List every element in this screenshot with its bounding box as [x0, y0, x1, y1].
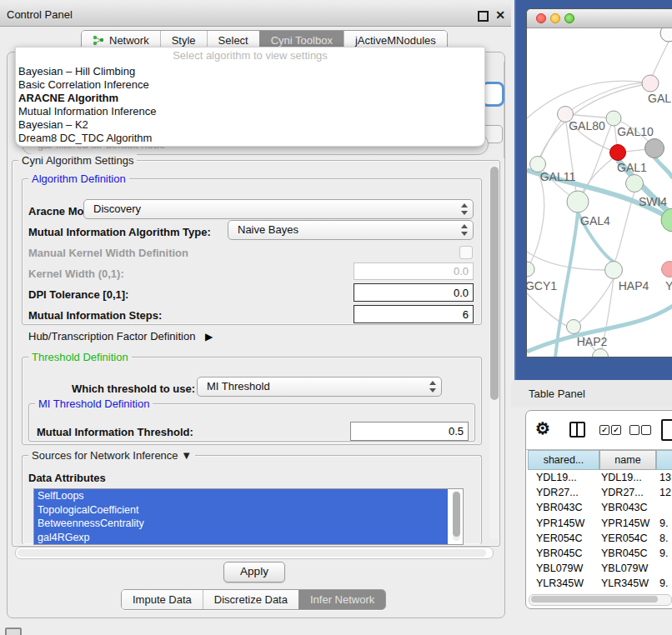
- tab-infer-network-label: Infer Network: [310, 593, 374, 606]
- network-node[interactable]: [606, 111, 621, 126]
- tab-infer-network[interactable]: Infer Network: [298, 590, 385, 609]
- split-columns-icon[interactable]: [569, 422, 585, 438]
- cell: 13: [659, 470, 671, 485]
- algorithm-definition-title: Algorithm Definition: [28, 172, 129, 185]
- kernel-width-field[interactable]: [354, 262, 474, 280]
- table-row[interactable]: YLR345WYLR345W9.: [528, 576, 672, 591]
- scrollbar-thumb[interactable]: [490, 167, 499, 400]
- settings-group-title: Cyni Algorithm Settings: [18, 154, 137, 167]
- scrollbar-thumb[interactable]: [18, 549, 486, 557]
- hub-definition-expander[interactable]: Hub/Transcription Factor Definition ▶: [28, 330, 213, 342]
- column-header-shared[interactable]: shared...: [528, 450, 599, 470]
- network-node[interactable]: [567, 320, 581, 334]
- mi-threshold-field[interactable]: [350, 422, 469, 441]
- partial-corner-icon[interactable]: [5, 628, 22, 635]
- tab-impute-data-label: Impute Data: [133, 593, 192, 606]
- cell: YDL19...: [601, 470, 642, 485]
- attributes-scrollbar[interactable]: [453, 491, 460, 541]
- network-node[interactable]: [527, 262, 534, 277]
- cell: 12: [659, 485, 671, 500]
- network-window-titlebar: [527, 9, 672, 28]
- apply-button[interactable]: Apply: [223, 562, 285, 582]
- node-label: SWI4: [639, 195, 667, 208]
- zoom-traffic-light[interactable]: [564, 13, 574, 23]
- node-label: GAL1: [617, 161, 647, 174]
- aracne-mode-combo[interactable]: Discovery: [83, 199, 474, 219]
- column-header-partial[interactable]: [656, 450, 672, 470]
- cell: YDL19...: [536, 470, 577, 485]
- algorithm-option[interactable]: Mutual Information Inference: [16, 105, 484, 118]
- minimize-traffic-light[interactable]: [550, 13, 560, 23]
- network-node[interactable]: [645, 139, 664, 158]
- network-node[interactable]: [662, 262, 672, 278]
- table-body[interactable]: YDL19...YDL19...13 YDR27...YDR27...12 YB…: [528, 470, 672, 594]
- collapse-down-icon[interactable]: ▼: [181, 449, 192, 462]
- data-attributes-list[interactable]: SelfLoops TopologicalCoefficient Between…: [33, 488, 464, 545]
- checkbox-checked-icon[interactable]: ✓: [611, 425, 621, 435]
- mi-type-combo[interactable]: Naive Bayes: [228, 220, 474, 240]
- cell: 8.: [659, 531, 668, 546]
- network-node[interactable]: [660, 28, 672, 42]
- cell: YPR145W: [536, 516, 584, 531]
- bottom-tabbar: Impute Data Discretize Data Infer Networ…: [121, 589, 386, 610]
- float-window-icon[interactable]: [478, 11, 489, 22]
- table-row[interactable]: YDL19...YDL19...13: [528, 470, 672, 485]
- table-row[interactable]: YBR043CYBR043C: [528, 500, 672, 515]
- kernel-width-label: Kernel Width (0,1):: [28, 268, 124, 280]
- algorithm-option[interactable]: Dream8 DC_TDC Algorithm: [16, 132, 484, 145]
- scrollbar-thumb[interactable]: [453, 492, 460, 537]
- network-node[interactable]: [642, 75, 659, 92]
- algorithm-option-selected[interactable]: ARACNE Algorithm: [16, 92, 484, 105]
- gear-icon[interactable]: ⚙: [535, 418, 550, 438]
- close-icon[interactable]: ✕: [495, 8, 505, 22]
- algorithm-option[interactable]: Bayesian – K2: [16, 118, 484, 132]
- network-node[interactable]: [605, 262, 623, 279]
- tab-impute-data[interactable]: Impute Data: [122, 590, 203, 609]
- tab-discretize-data[interactable]: Discretize Data: [203, 590, 298, 609]
- network-node[interactable]: [567, 191, 589, 212]
- network-canvas[interactable]: GAL GAL80 GAL10 GAL1 GAL11 SWI4 GAL4 GCY…: [527, 28, 672, 357]
- checkbox-unchecked-icon[interactable]: [641, 425, 651, 435]
- attribute-item-selected[interactable]: SelfLoops: [34, 489, 448, 503]
- attribute-item-selected[interactable]: BetweennessCentrality: [34, 517, 448, 531]
- attribute-item-selected[interactable]: TopologicalCoefficient: [34, 503, 448, 518]
- column-header-name[interactable]: name: [599, 450, 656, 470]
- table-row[interactable]: YER054CYER054C8.: [528, 531, 672, 546]
- dpi-tolerance-field[interactable]: [354, 283, 474, 302]
- cell: YLR345W: [601, 576, 649, 591]
- which-threshold-combo[interactable]: MI Threshold: [197, 377, 442, 397]
- table-row[interactable]: YPR145WYPR145W9.: [528, 516, 672, 531]
- network-node[interactable]: [626, 175, 644, 192]
- manual-kernel-checkbox[interactable]: [459, 246, 473, 259]
- cell: YBL079W: [536, 561, 583, 576]
- control-panel-titlebar: Control Panel ✕: [0, 3, 511, 27]
- close-traffic-light[interactable]: [536, 13, 546, 23]
- checkbox-unchecked-icon[interactable]: [629, 425, 639, 435]
- table-row[interactable]: YBR045CYBR045C9.: [528, 546, 672, 561]
- sources-title-text: Sources for Network Inference: [32, 449, 178, 462]
- node-label: GAL80: [569, 119, 605, 132]
- popup-prompt: Select algorithm to view settings: [16, 48, 484, 65]
- table-row[interactable]: YBL079WYBL079W: [528, 561, 672, 576]
- table-horizontal-scrollbar[interactable]: [529, 594, 672, 606]
- checkbox-checked-icon[interactable]: ✓: [599, 425, 609, 435]
- document-icon[interactable]: [661, 419, 672, 441]
- mi-type-label: Mutual Information Algorithm Type:: [28, 226, 211, 238]
- scrollbar-thumb[interactable]: [531, 596, 658, 602]
- algorithm-option[interactable]: Bayesian – Hill Climbing: [16, 65, 484, 78]
- algorithm-option[interactable]: Basic Correlation Inference: [16, 78, 484, 92]
- cell: YLR345W: [536, 576, 584, 591]
- cell: YBR043C: [601, 500, 648, 515]
- dpi-tolerance-label: DPI Tolerance [0,1]:: [28, 288, 128, 301]
- settings-vertical-scrollbar[interactable]: [489, 163, 499, 540]
- network-node-selected[interactable]: [610, 145, 626, 161]
- cell: 9.: [659, 576, 668, 591]
- hub-definition-label: Hub/Transcription Factor Definition: [28, 330, 195, 342]
- settings-horizontal-scrollbar[interactable]: [15, 547, 494, 559]
- attribute-item-selected[interactable]: gal4RGexp: [34, 531, 448, 545]
- node-label: HAP2: [577, 335, 608, 348]
- node-label: Y: [665, 279, 672, 292]
- table-row[interactable]: YDR27...YDR27...12: [528, 485, 672, 500]
- expand-right-icon[interactable]: ▶: [205, 331, 213, 342]
- mi-steps-field[interactable]: [354, 305, 474, 323]
